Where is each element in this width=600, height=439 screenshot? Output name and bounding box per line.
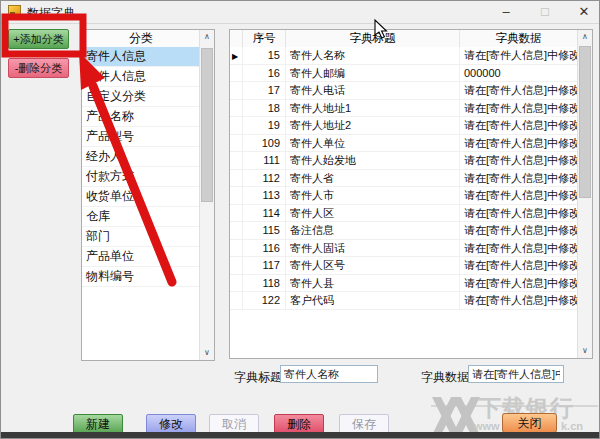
- table-body: 15 寄件人名称 请在[寄件人信息]中修改 16 寄件人邮编 000000 17…: [230, 47, 578, 358]
- table-row[interactable]: 15 寄件人名称 请在[寄件人信息]中修改: [230, 47, 578, 65]
- current-row-marker: [230, 47, 243, 64]
- cell-title: 寄件人市: [286, 187, 460, 204]
- category-list-item[interactable]: 部门: [82, 227, 200, 247]
- category-list-item[interactable]: 物料编号: [82, 267, 200, 287]
- cancel-button[interactable]: 取消: [209, 414, 259, 434]
- table-row[interactable]: 16 寄件人邮编 000000: [230, 65, 578, 83]
- table-row[interactable]: 118 寄件人县 请在[寄件人信息]中修改: [230, 275, 578, 293]
- table-row[interactable]: 122 客户代码 请在[寄件人信息]中修改: [230, 292, 578, 310]
- cell-title: 寄件人区号: [286, 257, 460, 274]
- category-list-item[interactable]: 自定义分类: [82, 87, 200, 107]
- cell-title: 寄件人地址2: [286, 117, 460, 134]
- cell-no: 16: [243, 65, 286, 82]
- table-row[interactable]: 111 寄件人始发地 请在[寄件人信息]中修改: [230, 152, 578, 170]
- cell-data: 000000: [460, 65, 578, 82]
- cell-no: 17: [243, 82, 286, 99]
- table-scrollbar[interactable]: ∧ ∨: [577, 30, 592, 358]
- category-list-item[interactable]: 寄件人信息: [82, 47, 200, 67]
- minimize-button[interactable]: –: [489, 1, 523, 23]
- cell-data: 请在[寄件人信息]中修改: [460, 292, 578, 309]
- table-row[interactable]: 113 寄件人市 请在[寄件人信息]中修改: [230, 187, 578, 205]
- cell-title: 寄件人单位: [286, 135, 460, 152]
- current-row-marker: [230, 117, 243, 134]
- cell-no: 115: [243, 222, 286, 239]
- category-list-item[interactable]: 收件人信息: [82, 67, 200, 87]
- close-button[interactable]: 关闭: [502, 413, 557, 433]
- cell-title: 客户代码: [286, 292, 460, 309]
- dict-title-input[interactable]: [280, 365, 378, 383]
- cell-data: 请在[寄件人信息]中修改: [460, 82, 578, 99]
- table-row[interactable]: 115 备注信息 请在[寄件人信息]中修改: [230, 222, 578, 240]
- delete-category-button[interactable]: -删除分类: [8, 58, 69, 78]
- cell-no: 111: [243, 152, 286, 169]
- cell-title: 备注信息: [286, 222, 460, 239]
- category-list-item[interactable]: 产品型号: [82, 127, 200, 147]
- table-row[interactable]: 18 寄件人地址1 请在[寄件人信息]中修改: [230, 100, 578, 118]
- save-button[interactable]: 保存: [339, 414, 389, 434]
- current-row-marker: [230, 222, 243, 239]
- scroll-up-icon[interactable]: ∧: [578, 30, 592, 44]
- table-row[interactable]: 17 寄件人电话 请在[寄件人信息]中修改: [230, 82, 578, 100]
- table-row[interactable]: 117 寄件人区号 请在[寄件人信息]中修改: [230, 257, 578, 275]
- cell-no: 18: [243, 100, 286, 117]
- close-window-button[interactable]: ✕: [567, 1, 600, 23]
- table-scrollbar-thumb[interactable]: [579, 46, 591, 198]
- scroll-down-icon[interactable]: ∨: [578, 344, 592, 358]
- category-list-item[interactable]: 产品名称: [82, 107, 200, 127]
- current-row-marker: [230, 257, 243, 274]
- cell-no: 109: [243, 135, 286, 152]
- table-row[interactable]: 109 寄件人单位 请在[寄件人信息]中修改: [230, 135, 578, 153]
- table-row[interactable]: 114 寄件人区 请在[寄件人信息]中修改: [230, 205, 578, 223]
- maximize-button[interactable]: □: [528, 1, 562, 23]
- current-row-marker: [230, 100, 243, 117]
- category-list-item[interactable]: 付款方式: [82, 167, 200, 187]
- cell-data: 请在[寄件人信息]中修改: [460, 205, 578, 222]
- watermark-url-prefix: www: [474, 420, 500, 432]
- modify-button[interactable]: 修改: [146, 414, 196, 434]
- category-list-item[interactable]: 经办人: [82, 147, 200, 167]
- cell-no: 112: [243, 170, 286, 187]
- cell-data: 请在[寄件人信息]中修改: [460, 117, 578, 134]
- category-list-item[interactable]: 收货单位: [82, 187, 200, 207]
- column-header-data: 字典数据: [460, 30, 578, 47]
- dictionary-table: 序号 字典标题 字典数据 15 寄件人名称 请在[寄件人信息]中修改 16 寄件…: [229, 29, 593, 359]
- current-row-marker: [230, 152, 243, 169]
- new-button[interactable]: 新建: [73, 414, 123, 434]
- cell-title: 寄件人县: [286, 275, 460, 292]
- current-row-marker: [230, 65, 243, 82]
- cell-no: 117: [243, 257, 286, 274]
- table-row[interactable]: 19 寄件人地址2 请在[寄件人信息]中修改: [230, 117, 578, 135]
- category-list: 寄件人信息收件人信息自定义分类产品名称产品型号经办人付款方式收货单位仓库部门产品…: [82, 47, 200, 360]
- data-dictionary-dialog: 数据字典 – □ ✕ +添加分类 -删除分类 分类 寄件人信息收件人信息自定义分…: [0, 0, 600, 439]
- cell-data: 请在[寄件人信息]中修改: [460, 222, 578, 239]
- watermark-url-suffix: k.cn: [561, 420, 583, 432]
- cell-data: 请在[寄件人信息]中修改: [460, 100, 578, 117]
- current-row-marker: [230, 240, 243, 257]
- scroll-down-icon[interactable]: ∨: [200, 346, 214, 360]
- category-scrollbar[interactable]: ∧ ∨: [199, 30, 214, 360]
- table-row[interactable]: 116 寄件人固话 请在[寄件人信息]中修改: [230, 240, 578, 258]
- cell-title: 寄件人固话: [286, 240, 460, 257]
- cell-title: 寄件人省: [286, 170, 460, 187]
- current-row-marker: [230, 135, 243, 152]
- cell-title: 寄件人名称: [286, 47, 460, 64]
- current-row-marker: [230, 82, 243, 99]
- category-list-item[interactable]: 产品单位: [82, 247, 200, 267]
- table-row[interactable]: 112 寄件人省 请在[寄件人信息]中修改: [230, 170, 578, 188]
- category-scrollbar-thumb[interactable]: [201, 48, 213, 202]
- cell-no: 114: [243, 205, 286, 222]
- dict-data-input[interactable]: [468, 365, 564, 383]
- cell-no: 113: [243, 187, 286, 204]
- current-row-marker: [230, 205, 243, 222]
- cell-data: 请在[寄件人信息]中修改: [460, 240, 578, 257]
- dict-title-label: 字典标题: [234, 369, 282, 386]
- dict-data-label: 字典数据: [421, 369, 469, 386]
- category-list-item[interactable]: 仓库: [82, 207, 200, 227]
- column-header-title: 字典标题: [286, 30, 460, 47]
- scroll-up-icon[interactable]: ∧: [200, 30, 214, 44]
- add-category-button[interactable]: +添加分类: [8, 29, 69, 49]
- cell-title: 寄件人区: [286, 205, 460, 222]
- cell-data: 请在[寄件人信息]中修改: [460, 275, 578, 292]
- delete-button[interactable]: 删除: [274, 414, 324, 434]
- category-panel: 分类 寄件人信息收件人信息自定义分类产品名称产品型号经办人付款方式收货单位仓库部…: [81, 29, 215, 361]
